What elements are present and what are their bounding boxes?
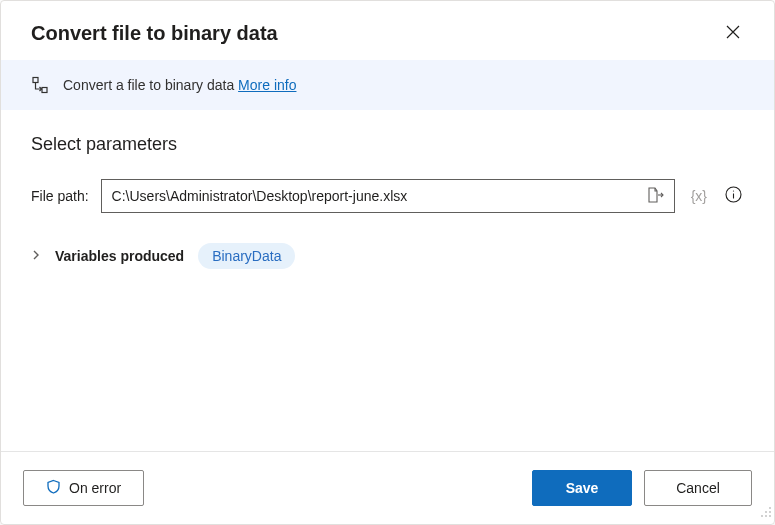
more-info-link[interactable]: More info: [238, 77, 296, 93]
variable-icon: {x}: [691, 188, 707, 204]
svg-rect-0: [33, 78, 38, 83]
svg-point-3: [733, 190, 734, 191]
variable-pill[interactable]: BinaryData: [198, 243, 295, 269]
save-label: Save: [566, 480, 599, 496]
cancel-label: Cancel: [676, 480, 720, 496]
file-path-row: File path: {x}: [31, 179, 744, 213]
variables-produced-row: Variables produced BinaryData: [31, 243, 744, 269]
footer-right: Save Cancel: [532, 470, 752, 506]
dialog: Convert file to binary data Convert a fi…: [0, 0, 775, 525]
info-icon: [725, 186, 742, 206]
field-info-button[interactable]: [723, 184, 744, 208]
close-button[interactable]: [722, 21, 744, 46]
save-button[interactable]: Save: [532, 470, 632, 506]
dialog-footer: On error Save Cancel: [1, 451, 774, 524]
dialog-title: Convert file to binary data: [31, 22, 278, 45]
svg-rect-1: [42, 88, 47, 93]
cancel-button[interactable]: Cancel: [644, 470, 752, 506]
variables-produced-label: Variables produced: [55, 248, 184, 264]
insert-variable-button[interactable]: {x}: [687, 184, 711, 208]
banner-text-wrap: Convert a file to binary data More info: [63, 77, 296, 93]
browse-file-button[interactable]: [644, 184, 666, 209]
on-error-button[interactable]: On error: [23, 470, 144, 506]
chevron-right-icon[interactable]: [31, 249, 41, 263]
binary-convert-icon: [31, 76, 49, 94]
file-select-icon: [646, 186, 664, 207]
file-path-input-wrap: [101, 179, 675, 213]
file-path-label: File path:: [31, 188, 89, 204]
info-banner: Convert a file to binary data More info: [1, 60, 774, 110]
dialog-header: Convert file to binary data: [1, 1, 774, 60]
shield-icon: [46, 479, 61, 497]
banner-text: Convert a file to binary data: [63, 77, 238, 93]
close-icon: [726, 25, 740, 42]
section-title: Select parameters: [31, 134, 744, 155]
on-error-label: On error: [69, 480, 121, 496]
file-path-input[interactable]: [112, 188, 638, 204]
content-area: Select parameters File path:: [1, 110, 774, 451]
